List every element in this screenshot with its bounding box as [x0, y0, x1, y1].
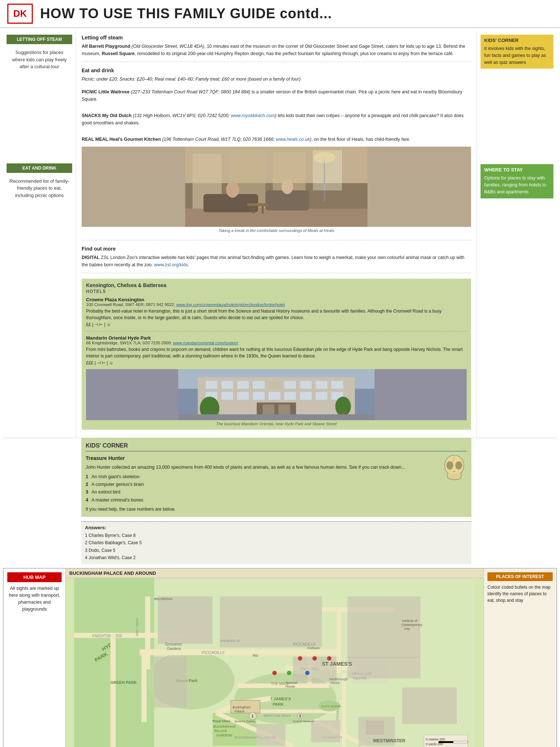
svg-rect-78 — [342, 673, 346, 747]
real-meal-entry: REAL MEAL Heal's Gourmet Kitchen (196 To… — [82, 136, 471, 143]
svg-text:BUCKINGHAM: BUCKINGHAM — [213, 725, 236, 728]
poi-title: PLACES OF INTEREST — [487, 572, 553, 581]
svg-text:Spencer: Spencer — [285, 681, 298, 685]
places-of-interest-sidebar: PLACES OF INTEREST Colour coded bullets … — [483, 569, 556, 747]
svg-rect-35 — [316, 392, 327, 400]
svg-rect-94 — [256, 724, 285, 746]
svg-text:KNIGHTSBRIDGE: KNIGHTSBRIDGE — [92, 634, 122, 638]
svg-rect-32 — [268, 392, 280, 400]
svg-point-113 — [312, 656, 317, 661]
eat-and-drink-label: EAT AND DRINK — [7, 163, 72, 173]
answer-1: 1 Charles Byrne's, Case 8 — [85, 532, 468, 539]
svg-point-47 — [455, 461, 462, 470]
letting-off-steam-section: Letting off steam Alf Barrett Playground… — [82, 35, 471, 62]
hub-map-sidebar: HUB MAP All sights are marked up here al… — [4, 569, 66, 747]
zsl-link[interactable]: www.zsl.org/kids — [154, 262, 188, 267]
map-area: BUCKINGHAM PALACE AND AROUND HYDE PARK G… — [66, 569, 483, 747]
crowne-plaza-name: Crowne Plaza Kensington — [86, 297, 467, 302]
kids-corner-right-top: KIDS' CORNER It involves kids with the s… — [481, 35, 553, 69]
svg-rect-44 — [178, 414, 374, 420]
skull-icon — [442, 454, 467, 484]
hotels-subtitle: HOTELS — [86, 289, 467, 294]
svg-rect-95 — [311, 720, 340, 742]
svg-text:Marlborough: Marlborough — [329, 677, 348, 681]
map-title-bar: BUCKINGHAM PALACE AND AROUND — [66, 569, 483, 578]
svg-rect-20 — [221, 381, 233, 389]
svg-text:PARK: PARK — [273, 702, 284, 707]
crowne-plaza-addr: 100 Cromwell Road, SW7 4ER; 0871 942 902… — [86, 302, 467, 307]
map-outer: HUB MAP All sights are marked up here al… — [3, 568, 557, 747]
svg-rect-23 — [268, 381, 280, 389]
treasure-help-text: If you need help, the case numbers are b… — [86, 506, 438, 512]
svg-text:1: 1 — [252, 714, 254, 718]
where-to-stay-title: WHERE TO STAY — [484, 167, 550, 173]
letting-off-steam-label: LETTING OFF STEAM — [7, 35, 72, 44]
eat-and-drink-section: Eat and drink Picnic: under £20; Snacks:… — [82, 67, 471, 240]
answers-box: Answers: 1 Charles Byrne's, Case 8 2 Cha… — [81, 521, 471, 565]
mandarin-oriental-addr: 66 Knightsbridge, SW1X 7LA; 020 7235 200… — [86, 341, 467, 345]
poi-text: Colour coded bullets on the map identify… — [487, 584, 553, 604]
svg-text:Queen's Gallery: Queen's Gallery — [234, 720, 255, 723]
kids-corner-right-text: It involves kids with the sights, fun fa… — [484, 45, 550, 66]
svg-text:PARK LANE: PARK LANE — [135, 618, 139, 636]
svg-rect-33 — [284, 392, 296, 400]
svg-rect-11 — [253, 206, 254, 213]
eat-and-drink-sidebar: EAT AND DRINK Recommended list of family… — [7, 163, 72, 201]
map-svg: HYDE PARK Green Park ST JAMES'S PARK BUC… — [66, 578, 483, 747]
mandarin-oriental-url[interactable]: www.mandarinoriental.com/london/ — [173, 341, 238, 345]
letting-off-steam-title: Letting off steam — [82, 35, 471, 40]
find-out-more-title: Find out more — [82, 246, 471, 252]
svg-rect-31 — [253, 392, 264, 400]
svg-rect-25 — [300, 381, 312, 389]
letting-off-steam-body: Alf Barrett Playground (Old Gloucester S… — [82, 43, 471, 57]
where-to-stay-text: Options for places to stay with families… — [484, 175, 550, 195]
letting-off-steam-description: Suggestions for places where kids can pl… — [7, 47, 72, 72]
where-to-stay-box: WHERE TO STAY Options for places to stay… — [481, 164, 553, 198]
find-out-more-section: Find out more DIGITAL ZSL London Zoo's i… — [82, 246, 471, 273]
find-out-more-body: DIGITAL ZSL London Zoo's interactive web… — [82, 254, 471, 268]
svg-text:Gardens: Gardens — [167, 647, 181, 651]
svg-text:GREEN PARK: GREEN PARK — [110, 680, 137, 685]
svg-rect-29 — [221, 392, 233, 400]
svg-rect-72 — [110, 633, 116, 747]
svg-point-9 — [281, 179, 293, 194]
treasure-item-4: 4 A master criminal's bones — [86, 496, 438, 504]
eat-and-drink-center-title: Eat and drink — [82, 67, 471, 73]
snacks-entry: SNACKS My Old Dutch (131 High Holborn, W… — [82, 112, 471, 127]
answer-2: 2 Charles Babbage's, Case 5 — [85, 539, 468, 546]
svg-text:Contemporary: Contemporary — [401, 623, 423, 627]
svg-rect-119 — [366, 720, 384, 735]
answer-3: 3 Dodo, Case 5 — [85, 547, 468, 554]
svg-text:GARDENS: GARDENS — [216, 734, 233, 737]
kids-corner-content: Treasure Hunter John Hunter collected an… — [86, 454, 467, 512]
eat-and-drink-prices: Picnic: under £20; Snacks: £20–40; Real … — [82, 76, 471, 83]
letting-off-steam-sidebar: LETTING OFF STEAM Suggestions for places… — [7, 35, 72, 72]
kids-corner-main: KIDS' CORNER Treasure Hunter John Hunter… — [81, 438, 471, 517]
left-sidebar: LETTING OFF STEAM Suggestions for places… — [3, 31, 76, 438]
mandarin-oriental-entry: Mandarin Oriental Hyde Park 66 Knightsbr… — [86, 335, 467, 365]
svg-rect-93 — [347, 657, 420, 678]
svg-point-117 — [272, 671, 277, 675]
svg-text:Arts: Arts — [404, 627, 410, 631]
svg-text:0 metres    200: 0 metres 200 — [426, 738, 445, 741]
svg-text:PICCADILLY: PICCADILLY — [293, 642, 316, 646]
svg-text:PALACE: PALACE — [214, 729, 227, 733]
svg-point-116 — [287, 671, 291, 675]
svg-rect-12 — [262, 206, 264, 213]
crowne-plaza-entry: Crowne Plaza Kensington 100 Cromwell Roa… — [86, 297, 467, 327]
svg-rect-24 — [284, 381, 296, 389]
hub-map-label: HUB MAP — [7, 572, 62, 582]
svg-text:BIRDCAGE WALK: BIRDCAGE WALK — [264, 714, 291, 717]
svg-text:Royal Mews: Royal Mews — [213, 719, 231, 723]
svg-rect-30 — [237, 392, 249, 400]
svg-point-114 — [327, 656, 331, 661]
svg-text:Guards Museum: Guards Museum — [293, 720, 314, 723]
answers-list: 1 Charles Byrne's, Case 8 2 Charles Babb… — [85, 532, 468, 562]
crowne-plaza-url[interactable]: www.ihg.com/crowneplaza/hotels/gb/en/lon… — [176, 302, 285, 307]
kids-corner-main-title: KIDS' CORNER — [86, 442, 467, 452]
svg-point-46 — [446, 461, 453, 470]
kensington-section: Kensington, Chelsea & Battersea HOTELS C… — [82, 279, 471, 430]
page-title: HOW TO USE THIS FAMILY GUIDE contd... — [40, 6, 332, 22]
svg-rect-74 — [145, 596, 150, 669]
svg-text:Fortnum: Fortnum — [307, 646, 320, 650]
